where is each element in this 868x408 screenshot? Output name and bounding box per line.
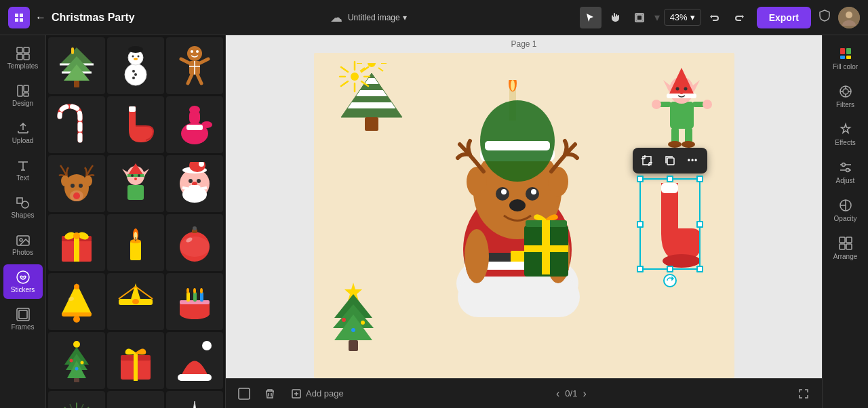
sticker-item-elf[interactable] <box>107 155 164 212</box>
sticker-item-star-sparkle[interactable] <box>166 391 223 408</box>
svg-point-26 <box>132 55 134 57</box>
select-tool[interactable] <box>580 7 601 28</box>
sticker-item-wave[interactable] <box>107 391 164 408</box>
right-panel-opacity[interactable]: Opacity <box>826 192 865 228</box>
sticker-item-cake[interactable] <box>166 273 223 330</box>
zoom-control[interactable]: 43% ▾ <box>664 9 701 26</box>
app-logo[interactable] <box>8 7 30 28</box>
sticker-item-candle[interactable] <box>107 214 164 271</box>
sticker-item-gift-red[interactable] <box>48 214 105 271</box>
sticker-item-bell[interactable] <box>48 273 105 330</box>
right-panel-arrange[interactable]: Arrange <box>826 230 865 266</box>
canvas-wrapper[interactable]: ••• <box>226 53 822 378</box>
sticker-item-santa-hat[interactable] <box>166 332 223 389</box>
sidebar-item-upload[interactable]: Upload <box>3 115 43 150</box>
svg-rect-213 <box>846 48 851 54</box>
top-bar-left: ← Christmas Party <box>8 7 157 28</box>
selection-handle-br[interactable] <box>696 266 703 272</box>
rotate-handle[interactable] <box>663 274 677 287</box>
sidebar-item-text[interactable]: Text <box>3 152 43 187</box>
trash-button[interactable] <box>260 384 280 404</box>
right-panel-filters[interactable]: Filters <box>826 79 865 114</box>
user-avatar[interactable] <box>838 7 860 28</box>
sticker-duplicate-button[interactable] <box>660 150 680 171</box>
svg-point-104 <box>73 341 80 348</box>
sticker-item-mitten[interactable] <box>166 96 223 153</box>
svg-point-192 <box>531 189 536 195</box>
device-frame-tool[interactable] <box>629 7 650 28</box>
sidebar-item-photos[interactable]: Photos <box>3 227 43 262</box>
sticker-item-gingerbread[interactable] <box>166 37 223 94</box>
canvas-sticker-small-tree[interactable] <box>326 281 380 358</box>
svg-rect-74 <box>74 236 79 262</box>
sticker-more-button[interactable]: ••• <box>683 150 703 171</box>
svg-point-103 <box>200 288 203 293</box>
right-panel-effects[interactable]: Effects <box>826 117 865 152</box>
selection-handle-tm[interactable] <box>667 176 673 182</box>
svg-rect-5 <box>24 47 29 53</box>
sticker-item-starburst[interactable] <box>48 391 105 408</box>
sticker-item-gift-bow[interactable] <box>107 332 164 389</box>
shield-button[interactable] <box>818 9 831 26</box>
fullscreen-button[interactable] <box>793 384 814 404</box>
sidebar-item-design[interactable]: Design <box>3 78 43 113</box>
sticker-item-small-tree[interactable] <box>48 332 105 389</box>
canvas-star-sun[interactable] <box>338 60 372 96</box>
undo-button[interactable] <box>704 7 726 28</box>
svg-rect-78 <box>130 241 141 260</box>
frame-icon-bottom[interactable] <box>234 384 254 404</box>
doc-name-dropdown[interactable]: Untitled image ▾ <box>348 13 407 22</box>
svg-point-173 <box>361 321 365 325</box>
svg-point-69 <box>197 179 201 183</box>
right-panel-fill-color[interactable]: Fill color <box>826 41 865 76</box>
svg-rect-17 <box>71 47 74 54</box>
add-page-button[interactable]: Add page <box>285 386 349 402</box>
sticker-item-candy-cane[interactable] <box>48 96 105 153</box>
svg-point-31 <box>132 77 135 79</box>
svg-line-160 <box>361 67 368 72</box>
svg-point-148 <box>684 87 687 91</box>
sticker-item-ribbon[interactable] <box>107 273 164 330</box>
sidebar-item-frames[interactable]: Frames <box>3 302 43 336</box>
effects-icon <box>838 122 853 137</box>
svg-rect-210 <box>239 388 250 399</box>
svg-rect-212 <box>840 48 845 54</box>
redo-button[interactable] <box>728 7 750 28</box>
sticker-item-snowman[interactable] <box>107 37 164 94</box>
page-prev-button[interactable]: ‹ <box>556 388 559 400</box>
export-button[interactable]: Export <box>757 7 811 28</box>
right-panel-adjust[interactable]: Adjust <box>826 155 865 190</box>
svg-rect-215 <box>846 56 851 59</box>
svg-point-191 <box>501 189 507 195</box>
svg-point-84 <box>180 237 210 257</box>
upload-icon <box>16 121 31 136</box>
svg-rect-99 <box>193 292 197 302</box>
selection-box[interactable] <box>639 178 701 270</box>
sticker-item-reindeer[interactable] <box>48 155 105 212</box>
selection-handle-tr[interactable] <box>696 176 703 182</box>
sticker-crop-button[interactable] <box>637 150 657 171</box>
hand-tool[interactable] <box>604 7 626 28</box>
page-next-button[interactable]: › <box>583 388 586 400</box>
selection-handle-bl[interactable] <box>637 266 644 272</box>
back-button[interactable]: ← <box>35 12 46 24</box>
canvas-photo-reindeer[interactable] <box>409 80 626 331</box>
svg-rect-57 <box>126 174 145 177</box>
selection-handle-ml[interactable] <box>637 221 644 228</box>
toolbar-tools: ▾ 43% ▾ <box>580 7 750 28</box>
sticker-item-ornament[interactable] <box>166 214 223 271</box>
svg-rect-228 <box>846 237 852 243</box>
canvas-background[interactable]: ••• <box>314 53 734 378</box>
canvas-sticker-elf[interactable] <box>650 60 714 150</box>
selected-sticker-wrapper[interactable]: ••• <box>639 178 701 270</box>
sidebar-item-templates[interactable]: Templates <box>3 41 43 75</box>
sidebar-item-shapes[interactable]: Shapes <box>3 190 43 224</box>
sticker-item-tree[interactable] <box>48 37 105 94</box>
svg-point-77 <box>73 232 80 239</box>
sidebar-item-stickers[interactable]: Stickers <box>3 264 43 299</box>
selection-handle-bm[interactable] <box>667 266 673 272</box>
sticker-item-santa[interactable] <box>166 155 223 212</box>
selection-handle-tl[interactable] <box>637 176 644 182</box>
selection-handle-mr[interactable] <box>696 221 703 228</box>
sticker-item-stocking-green[interactable] <box>107 96 164 153</box>
